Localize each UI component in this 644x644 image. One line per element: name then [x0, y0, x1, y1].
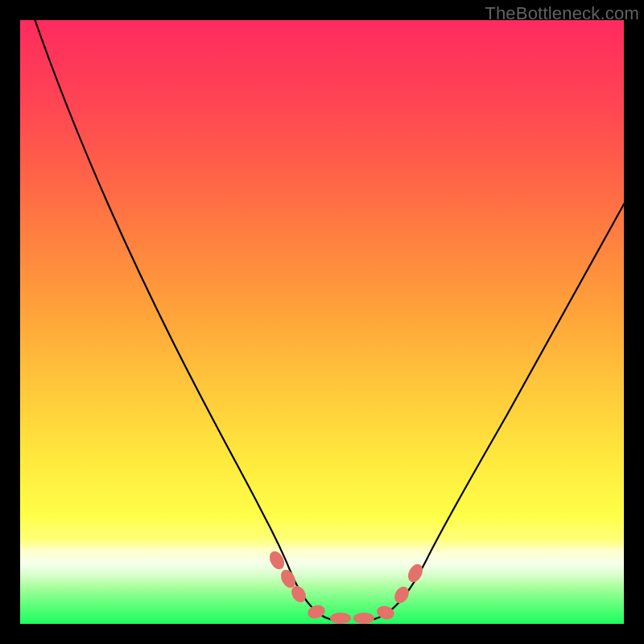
watermark-text: TheBottleneck.com	[485, 3, 639, 24]
right-curve	[358, 201, 625, 621]
marker-right-1	[392, 584, 412, 605]
marker-bottom-3	[353, 613, 374, 624]
chart-svg	[20, 20, 624, 624]
chart-plot-area	[20, 20, 624, 624]
chart-frame: TheBottleneck.com	[0, 0, 644, 644]
marker-left-1	[266, 549, 287, 572]
left-curve	[32, 12, 346, 621]
marker-bottom-2	[330, 613, 351, 624]
marker-right-2	[405, 562, 425, 585]
marker-bottom-1	[306, 603, 327, 621]
